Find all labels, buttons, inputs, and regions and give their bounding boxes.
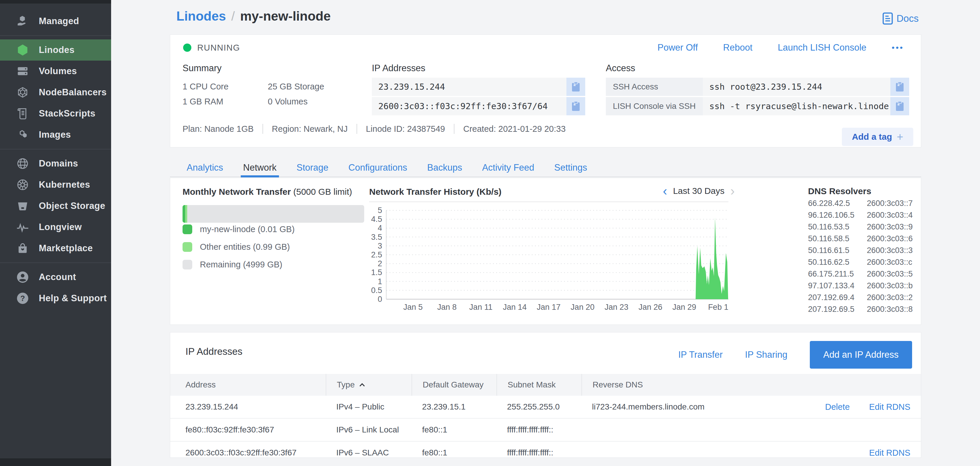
reboot-button[interactable]: Reboot bbox=[723, 42, 752, 53]
status-badge: RUNNING bbox=[197, 43, 240, 53]
sidebar-nav: ManagedLinodesVolumesNodeBalancersStackS… bbox=[0, 3, 111, 309]
copy-icon[interactable] bbox=[890, 97, 909, 115]
dns-ipv6: 2600:3c03::b bbox=[867, 281, 913, 290]
launch-lish-console-button[interactable]: Launch LISH Console bbox=[778, 42, 867, 53]
ip-table-rows: 23.239.15.244IPv4 – Public23.239.15.1255… bbox=[170, 396, 921, 458]
column-header-default-gateway[interactable]: Default Gateway bbox=[412, 374, 496, 396]
sidebar-item-stackscripts[interactable]: StackScripts bbox=[0, 103, 111, 124]
column-header-type[interactable]: Type bbox=[326, 374, 412, 396]
sidebar-item-label: Marketplace bbox=[39, 243, 93, 254]
more-actions-icon[interactable]: ••• bbox=[892, 43, 904, 53]
ip-transfer-link[interactable]: IP Transfer bbox=[678, 350, 723, 360]
svg-text:3.5: 3.5 bbox=[371, 233, 382, 241]
tab-backups[interactable]: Backups bbox=[427, 163, 462, 173]
dns-ipv4: 97.107.133.4 bbox=[808, 281, 867, 290]
legend-label: my-new-linode (0.01 GB) bbox=[200, 225, 294, 234]
images-icon bbox=[16, 128, 29, 142]
access-row-value: ssh root@23.239.15.244 bbox=[703, 78, 890, 96]
sidebar-item-longview[interactable]: Longview bbox=[0, 217, 111, 238]
svg-text:Jan 20: Jan 20 bbox=[571, 303, 594, 311]
ip-table-header: AddressTypeDefault GatewaySubnet MaskRev… bbox=[170, 374, 921, 396]
table-cell: IPv6 – SLAAC bbox=[326, 448, 412, 458]
sidebar-item-kubernetes[interactable]: Kubernetes bbox=[0, 174, 111, 195]
edit-rdns-link[interactable]: Edit RDNS bbox=[869, 402, 910, 412]
ip-table-row: fe80::f03c:92ff:fe30:3f67IPv6 – Link Loc… bbox=[170, 419, 921, 441]
sidebar-item-label: Domains bbox=[39, 158, 78, 169]
column-header-address[interactable]: Address bbox=[170, 374, 326, 396]
sidebar-item-linodes[interactable]: Linodes bbox=[0, 40, 111, 61]
ip-table-actions: IP Transfer IP Sharing Add an IP Address bbox=[678, 341, 912, 369]
column-header-subnet-mask[interactable]: Subnet Mask bbox=[496, 374, 581, 396]
power-off-button[interactable]: Power Off bbox=[657, 42, 698, 53]
docs-link[interactable]: Docs bbox=[882, 12, 919, 25]
dns-ipv6: 2600:3c03::3 bbox=[867, 246, 913, 255]
svg-text:Jan 17: Jan 17 bbox=[537, 303, 560, 311]
transfer-progress-bar bbox=[183, 205, 364, 223]
sidebar-item-help[interactable]: ?Help & Support bbox=[0, 288, 111, 309]
sidebar-item-object-storage[interactable]: Object Storage bbox=[0, 195, 111, 217]
sidebar-item-images[interactable]: Images bbox=[0, 124, 111, 145]
chevron-right-icon[interactable]: › bbox=[730, 186, 735, 196]
add-ip-address-button[interactable]: Add an IP Address bbox=[810, 341, 912, 369]
dns-resolver-row: 207.192.69.42600:3c03::2 bbox=[808, 292, 917, 303]
linode-detail-card: RUNNING Power OffRebootLaunch LISH Conso… bbox=[170, 34, 921, 147]
copy-icon[interactable] bbox=[566, 78, 585, 96]
tab-network[interactable]: Network bbox=[243, 163, 277, 173]
sidebar-item-managed[interactable]: Managed bbox=[0, 11, 111, 32]
chevron-left-icon[interactable]: ‹ bbox=[663, 186, 667, 196]
ip-address-value: 2600:3c03::f03c:92ff:fe30:3f67/64 bbox=[372, 97, 566, 115]
table-cell: fe80::f03c:92ff:fe30:3f67 bbox=[170, 425, 326, 434]
summary-cell: 0 Volumes bbox=[268, 97, 324, 107]
sidebar-item-domains[interactable]: Domains bbox=[0, 153, 111, 174]
table-cell: ffff:ffff:ffff:ffff:: bbox=[496, 448, 581, 458]
column-header-reverse-dns[interactable]: Reverse DNS bbox=[581, 374, 921, 396]
page-title: my-new-linode bbox=[240, 9, 331, 24]
legend-label: Remaining (4999 GB) bbox=[200, 260, 282, 270]
dns-ipv6: 2600:3c03::7 bbox=[867, 199, 913, 208]
sidebar-item-label: Images bbox=[39, 129, 71, 140]
breadcrumb: Linodes / my-new-linode bbox=[177, 9, 331, 24]
table-cell: ffff:ffff:ffff:ffff:: bbox=[496, 425, 581, 434]
ip-table-row: 23.239.15.244IPv4 – Public23.239.15.1255… bbox=[170, 396, 921, 418]
summary-cell: 25 GB Storage bbox=[268, 82, 324, 91]
copy-icon[interactable] bbox=[890, 78, 909, 96]
tab-activity-feed[interactable]: Activity Feed bbox=[482, 163, 534, 173]
linode-manager-page: ManagedLinodesVolumesNodeBalancersStackS… bbox=[0, 0, 980, 466]
ip-sharing-link[interactable]: IP Sharing bbox=[745, 350, 788, 360]
copy-icon[interactable] bbox=[566, 97, 585, 115]
sidebar-item-account[interactable]: Account bbox=[0, 267, 111, 288]
edit-rdns-link[interactable]: Edit RDNS bbox=[869, 448, 910, 458]
svg-text:Jan 5: Jan 5 bbox=[403, 303, 423, 311]
row-actions: DeleteEdit RDNS bbox=[825, 396, 910, 418]
status-running-dot bbox=[183, 43, 191, 52]
tab-settings[interactable]: Settings bbox=[554, 163, 587, 173]
sidebar-divider bbox=[0, 149, 111, 150]
tab-configurations[interactable]: Configurations bbox=[348, 163, 407, 173]
summary-cell: 1 CPU Core bbox=[183, 82, 268, 91]
sidebar-item-marketplace[interactable]: Marketplace bbox=[0, 238, 111, 259]
volumes-icon bbox=[16, 64, 29, 78]
add-tag-button[interactable]: Add a tag + bbox=[842, 128, 913, 146]
meta-separator bbox=[454, 124, 455, 134]
sidebar-item-volumes[interactable]: Volumes bbox=[0, 61, 111, 82]
svg-text:0: 0 bbox=[378, 295, 382, 303]
dns-resolvers-section: DNS Resolvers 66.228.42.52600:3c03::796.… bbox=[808, 186, 917, 315]
svg-text:4.5: 4.5 bbox=[371, 215, 382, 223]
meta-separator bbox=[356, 124, 357, 134]
breadcrumb-linodes-link[interactable]: Linodes bbox=[177, 9, 226, 24]
sidebar-item-label: StackScripts bbox=[39, 108, 95, 119]
legend-item: Remaining (4999 GB) bbox=[183, 260, 294, 270]
sidebar-item-nodebalancers[interactable]: NodeBalancers bbox=[0, 82, 111, 103]
svg-text:?: ? bbox=[20, 294, 25, 302]
tab-storage[interactable]: Storage bbox=[297, 163, 329, 173]
svg-text:Jan 14: Jan 14 bbox=[503, 303, 527, 311]
dns-ipv4: 50.116.58.5 bbox=[808, 234, 867, 243]
tab-analytics[interactable]: Analytics bbox=[187, 163, 223, 173]
table-cell: 23.239.15.1 bbox=[412, 402, 496, 412]
delete-link[interactable]: Delete bbox=[825, 402, 850, 412]
ip-address-row: 23.239.15.244 bbox=[372, 78, 585, 96]
breadcrumb-separator: / bbox=[231, 9, 235, 24]
svg-text:Jan 29: Jan 29 bbox=[672, 303, 696, 311]
svg-text:Jan 26: Jan 26 bbox=[638, 303, 662, 311]
dns-ipv6: 2600:3c03::5 bbox=[867, 270, 913, 279]
